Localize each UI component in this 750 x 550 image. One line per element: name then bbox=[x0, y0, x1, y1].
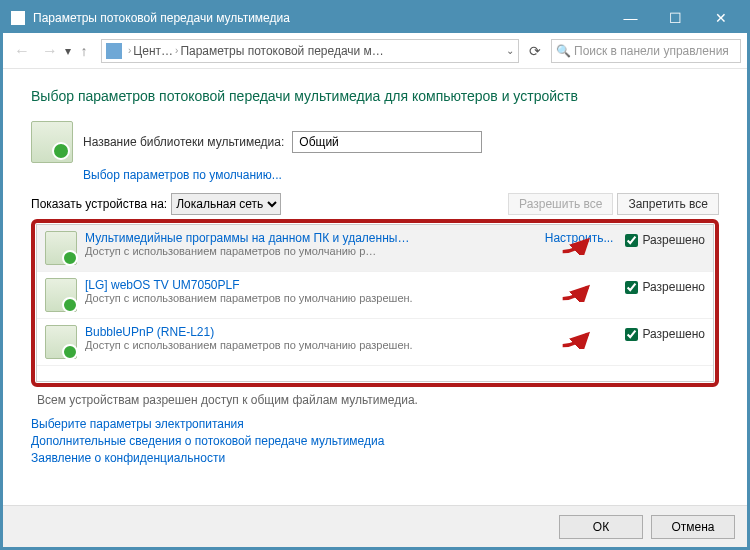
breadcrumb-segment[interactable]: Цент… bbox=[133, 44, 173, 58]
allowed-label: Разрешено bbox=[642, 233, 705, 247]
allow-all-button[interactable]: Разрешить все bbox=[508, 193, 613, 215]
allowed-label: Разрешено bbox=[642, 280, 705, 294]
breadcrumb-segment[interactable]: Параметры потоковой передачи м… bbox=[180, 44, 502, 58]
more-info-link[interactable]: Дополнительные сведения о потоковой пере… bbox=[31, 434, 719, 448]
library-name-input[interactable] bbox=[292, 131, 482, 153]
back-button[interactable]: ← bbox=[9, 38, 35, 64]
device-icon bbox=[45, 325, 77, 359]
allowed-checkbox-input[interactable] bbox=[625, 328, 638, 341]
window-title: Параметры потоковой передачи мультимедиа bbox=[33, 11, 290, 25]
search-icon: 🔍 bbox=[556, 44, 570, 58]
scope-select[interactable]: Локальная сеть bbox=[171, 193, 281, 215]
history-dropdown-icon[interactable]: ▾ bbox=[65, 44, 71, 58]
cancel-button[interactable]: Отмена bbox=[651, 515, 735, 539]
device-subtitle: Доступ с использованием параметров по ум… bbox=[85, 245, 537, 257]
allowed-label: Разрешено bbox=[642, 327, 705, 341]
refresh-button[interactable]: ⟳ bbox=[523, 43, 547, 59]
allowed-checkbox[interactable]: Разрешено bbox=[621, 325, 705, 344]
annotation-arrow-icon bbox=[559, 282, 593, 302]
titlebar: Параметры потоковой передачи мультимедиа… bbox=[3, 3, 747, 33]
page-title: Выбор параметров потоковой передачи муль… bbox=[31, 87, 719, 107]
device-icon bbox=[45, 278, 77, 312]
device-subtitle: Доступ с использованием параметров по ум… bbox=[85, 292, 615, 304]
control-panel-icon bbox=[106, 43, 122, 59]
chevron-right-icon: › bbox=[175, 45, 178, 56]
forward-button[interactable]: → bbox=[37, 38, 63, 64]
breadcrumb[interactable]: › Цент… › Параметры потоковой передачи м… bbox=[101, 39, 519, 63]
window-icon bbox=[11, 11, 25, 25]
annotation-arrow-icon bbox=[559, 235, 593, 255]
up-button[interactable]: ↑ bbox=[73, 43, 95, 59]
chevron-right-icon: › bbox=[128, 45, 131, 56]
device-panel-highlight: Мультимедийные программы на данном ПК и … bbox=[31, 219, 719, 387]
ok-button[interactable]: ОК bbox=[559, 515, 643, 539]
chevron-down-icon[interactable]: ⌄ bbox=[506, 45, 514, 56]
device-icon bbox=[45, 231, 77, 265]
show-devices-label: Показать устройства на: bbox=[31, 197, 167, 211]
device-subtitle: Доступ с использованием параметров по ум… bbox=[85, 339, 615, 351]
device-item[interactable]: BubbleUPnP (RNE-L21)Доступ с использован… bbox=[37, 319, 713, 366]
library-icon bbox=[31, 121, 73, 163]
power-options-link[interactable]: Выберите параметры электропитания bbox=[31, 417, 719, 431]
allowed-checkbox[interactable]: Разрешено bbox=[621, 278, 705, 297]
search-input[interactable]: 🔍 Поиск в панели управления bbox=[551, 39, 741, 63]
status-line: Всем устройствам разрешен доступ к общим… bbox=[37, 393, 719, 407]
device-title[interactable]: Мультимедийные программы на данном ПК и … bbox=[85, 231, 537, 245]
device-list[interactable]: Мультимедийные программы на данном ПК и … bbox=[36, 224, 714, 382]
search-placeholder: Поиск в панели управления bbox=[574, 44, 729, 58]
close-button[interactable]: ✕ bbox=[698, 3, 743, 33]
device-title[interactable]: [LG] webOS TV UM7050PLF bbox=[85, 278, 615, 292]
allowed-checkbox-input[interactable] bbox=[625, 281, 638, 294]
allowed-checkbox-input[interactable] bbox=[625, 234, 638, 247]
maximize-button[interactable]: ☐ bbox=[653, 3, 698, 33]
allowed-checkbox[interactable]: Разрешено bbox=[621, 231, 705, 250]
device-title[interactable]: BubbleUPnP (RNE-L21) bbox=[85, 325, 615, 339]
device-item[interactable]: Мультимедийные программы на данном ПК и … bbox=[37, 225, 713, 272]
block-all-button[interactable]: Запретить все bbox=[617, 193, 719, 215]
annotation-arrow-icon bbox=[559, 329, 593, 349]
nav-row: ← → ▾ ↑ › Цент… › Параметры потоковой пе… bbox=[3, 33, 747, 69]
device-item[interactable]: [LG] webOS TV UM7050PLFДоступ с использо… bbox=[37, 272, 713, 319]
choose-defaults-link[interactable]: Выбор параметров по умолчанию... bbox=[83, 168, 282, 182]
privacy-link[interactable]: Заявление о конфиденциальности bbox=[31, 451, 719, 465]
minimize-button[interactable]: — bbox=[608, 3, 653, 33]
library-name-label: Название библиотеки мультимедиа: bbox=[83, 135, 284, 149]
dialog-footer: ОК Отмена bbox=[3, 505, 747, 547]
